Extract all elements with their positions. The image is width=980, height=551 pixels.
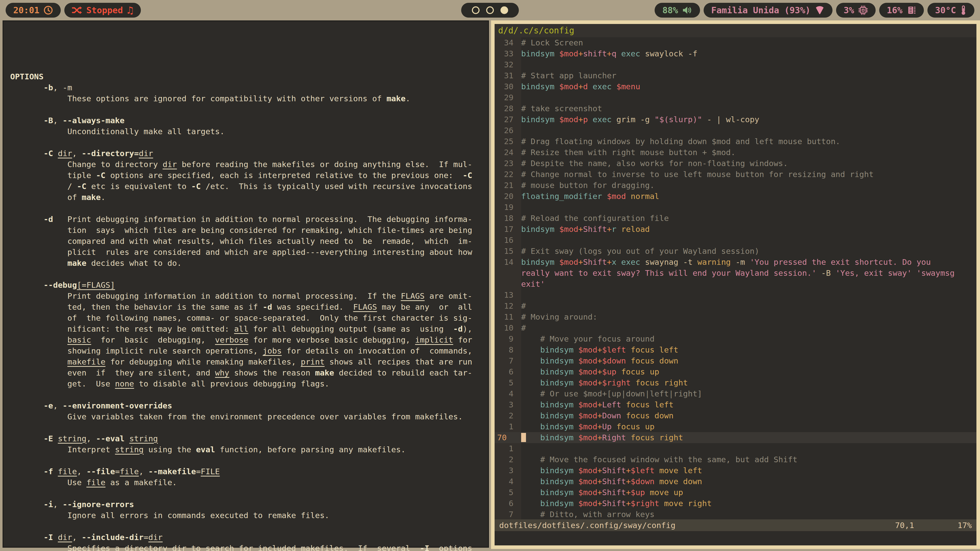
editor-line[interactable]: 20floating_modifier $mod normal xyxy=(495,191,977,202)
line-number: 34 xyxy=(495,37,521,48)
editor-line[interactable]: 16 xyxy=(495,235,977,246)
workspace-dot-1[interactable] xyxy=(472,6,479,14)
editor-line[interactable]: 12# xyxy=(495,300,977,311)
workspace-dot-2[interactable] xyxy=(486,6,494,14)
editor-line[interactable]: 25# Drag floating windows by holding dow… xyxy=(495,136,977,147)
line-text: # Move the focused window with the same,… xyxy=(521,454,977,465)
editor-rows: 34# Lock Screen33bindsym $mod+shift+q ex… xyxy=(495,37,977,519)
editor-line[interactable]: 10# xyxy=(495,322,977,333)
editor-line[interactable]: 28# take screenshot xyxy=(495,103,977,114)
terminal-window-man-page[interactable]: OPTIONS -b, -m These options are ignored… xyxy=(3,21,489,548)
line-number: 3 xyxy=(495,399,521,410)
editor-line-current[interactable]: 70 bindsym $mod+Right focus right xyxy=(495,432,977,443)
editor-line[interactable]: 5 bindsym $mod+Shift+$up move up xyxy=(495,487,977,498)
editor-line[interactable]: 29 xyxy=(495,92,977,103)
man-line xyxy=(10,422,486,433)
terminal-window-vim[interactable]: d/d/.c/s/config 34# Lock Screen33bindsym… xyxy=(491,21,980,549)
editor-line[interactable]: 24# Resize them with right mouse button … xyxy=(495,147,977,158)
line-text: bindsym $mod+shift+q exec swaylock -f xyxy=(521,48,977,59)
editor-line[interactable]: 34# Lock Screen xyxy=(495,37,977,48)
editor-line[interactable]: 13 xyxy=(495,289,977,300)
editor-line[interactable]: 3 bindsym $mod+Left focus left xyxy=(495,399,977,410)
line-number: 5 xyxy=(495,487,521,498)
temperature-widget[interactable]: 30°C xyxy=(928,3,974,17)
editor-line[interactable]: 32 xyxy=(495,59,977,70)
editor-line[interactable]: 18# Reload the configuration file xyxy=(495,213,977,224)
editor-line[interactable]: 7 # Ditto, with arrow keys xyxy=(495,509,977,519)
editor-line[interactable]: 4 bindsym $mod+Shift+$down move down xyxy=(495,476,977,487)
network-widget[interactable]: Familia Unida (93%) xyxy=(703,3,832,17)
line-text: bindsym $mod+$right focus right xyxy=(521,377,977,388)
vim-command-line[interactable] xyxy=(495,531,977,545)
clock-icon xyxy=(43,5,53,15)
line-text: # Moving around: xyxy=(521,311,977,322)
line-text: # xyxy=(521,322,977,333)
line-number: 22 xyxy=(495,169,521,180)
editor-line[interactable]: 2 # Move the focused window with the sam… xyxy=(495,454,977,465)
workspace-switcher[interactable] xyxy=(461,3,519,17)
man-line: tiple -C options are specified, each is … xyxy=(10,170,486,181)
man-line: -d Print debugging information in additi… xyxy=(10,214,486,225)
man-line: tion says which files are being consider… xyxy=(10,225,486,236)
line-number: 14 xyxy=(495,257,521,268)
editor-line[interactable]: 19 xyxy=(495,202,977,213)
editor-line[interactable]: 17bindsym $mod+Shift+r reload xyxy=(495,224,977,235)
editor-line[interactable]: 6 bindsym $mod+$up focus up xyxy=(495,366,977,377)
editor-line[interactable]: 22# Change normal to inverse to use left… xyxy=(495,169,977,180)
editor-line[interactable]: 4 # Or use $mod+[up|down|left|right] xyxy=(495,388,977,399)
man-line xyxy=(10,389,486,400)
man-content[interactable]: OPTIONS -b, -m These options are ignored… xyxy=(3,21,488,551)
editor-line[interactable]: 33bindsym $mod+shift+q exec swaylock -f xyxy=(495,48,977,59)
line-text: bindsym $mod+d exec $menu xyxy=(521,81,977,92)
man-line xyxy=(10,521,486,532)
line-text: # Resize them with right mouse button + … xyxy=(521,147,977,158)
clock-widget[interactable]: 20:01 xyxy=(6,3,61,17)
line-number xyxy=(495,268,521,279)
thermometer-icon xyxy=(960,5,967,15)
line-number: 32 xyxy=(495,59,521,70)
line-number: 31 xyxy=(495,70,521,81)
editor-line[interactable]: 7 bindsym $mod+$down focus down xyxy=(495,355,977,366)
editor-line[interactable]: 27bindsym $mod+p exec grim -g "$(slurp)"… xyxy=(495,114,977,125)
cpu-widget[interactable]: 3% xyxy=(836,3,876,17)
editor-line[interactable]: 8 bindsym $mod+$left focus left xyxy=(495,345,977,355)
man-line: compared and with what results, which fi… xyxy=(10,236,486,247)
man-line: basic for basic debugging, verbose for m… xyxy=(10,334,486,345)
cpu-usage: 3% xyxy=(844,5,854,15)
music-widget[interactable]: Stopped ♫ xyxy=(64,3,141,17)
editor-line[interactable]: 6 bindsym $mod+Shift+$right move right xyxy=(495,498,977,509)
editor-line[interactable]: 23# Despite the name, also works for non… xyxy=(495,158,977,169)
editor-line[interactable]: 14bindsym $mod+Shift+x exec swaynag -t w… xyxy=(495,257,977,268)
editor-line[interactable]: 3 bindsym $mod+Shift+$left move left xyxy=(495,465,977,476)
man-line: -E string, --eval string xyxy=(10,433,486,444)
line-text: # Start app launcher xyxy=(521,70,977,81)
editor-line[interactable]: 2 bindsym $mod+Down focus down xyxy=(495,410,977,421)
line-text xyxy=(521,202,977,213)
vim-statusline: dotfiles/dotfiles/.config/sway/config 70… xyxy=(495,519,977,531)
line-number: 17 xyxy=(495,224,521,235)
line-text: floating_modifier $mod normal xyxy=(521,191,977,202)
editor-line[interactable]: 1 bindsym $mod+Up focus up xyxy=(495,421,977,432)
line-text: # Drag floating windows by holding down … xyxy=(521,136,977,147)
editor-line[interactable]: 9 # Move your focus around xyxy=(495,333,977,345)
editor-line[interactable]: 11# Moving around: xyxy=(495,311,977,322)
workspace-dot-3-active[interactable] xyxy=(501,6,508,14)
editor-line[interactable]: exit' xyxy=(495,279,977,289)
editor-line[interactable]: 15# Exit sway (logs you out of your Wayl… xyxy=(495,246,977,257)
memory-widget[interactable]: 16% xyxy=(879,3,924,17)
editor-line[interactable]: 5 bindsym $mod+$right focus right xyxy=(495,377,977,388)
editor-line[interactable]: 30bindsym $mod+d exec $menu xyxy=(495,81,977,92)
line-number: 6 xyxy=(495,366,521,377)
editor-line[interactable]: 26 xyxy=(495,125,977,136)
editor-line[interactable]: really want to exit sway? This will end … xyxy=(495,268,977,279)
line-text: # Move your focus around xyxy=(521,333,977,345)
line-number: 19 xyxy=(495,202,521,213)
editor-line[interactable]: 31# Start app launcher xyxy=(495,70,977,81)
line-text: bindsym $mod+Right focus right xyxy=(521,432,977,443)
line-number: 70 xyxy=(495,432,521,443)
vim-editor-area[interactable]: 34# Lock Screen33bindsym $mod+shift+q ex… xyxy=(495,37,977,519)
editor-line[interactable]: 1 xyxy=(495,443,977,454)
man-line: showing implicit rule search operations,… xyxy=(10,345,486,356)
editor-line[interactable]: 21# mouse button for dragging. xyxy=(495,180,977,191)
volume-widget[interactable]: 88% xyxy=(655,3,700,17)
